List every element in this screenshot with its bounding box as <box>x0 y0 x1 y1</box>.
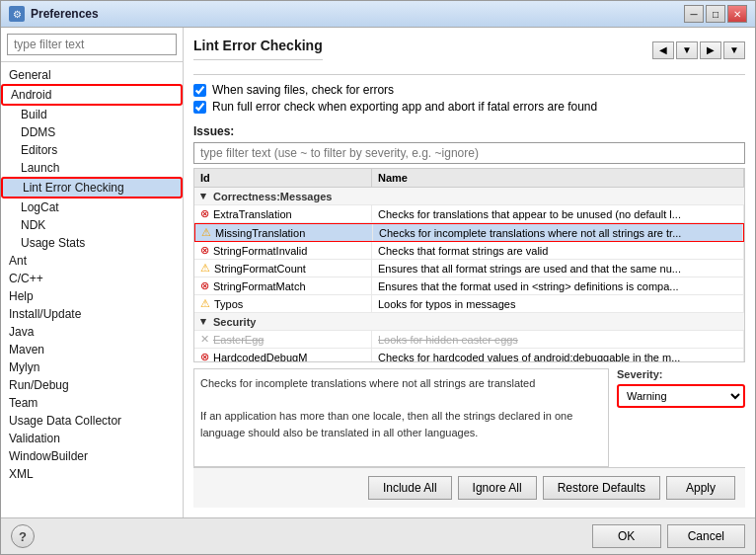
sidebar-item-logcat[interactable]: LogCat <box>1 198 183 216</box>
issues-filter-input[interactable] <box>193 142 745 164</box>
issues-label: Issues: <box>193 124 745 138</box>
maximize-button[interactable]: □ <box>706 5 725 23</box>
sidebar-item-general[interactable]: General <box>1 66 183 84</box>
sidebar-item-ndk[interactable]: NDK <box>1 216 183 234</box>
sidebar-item-validation[interactable]: Validation <box>1 430 183 447</box>
row-string-format-count[interactable]: ⚠StringFormatCount Ensures that all form… <box>194 260 744 278</box>
expand-triangle-icon: ▾ <box>200 190 206 202</box>
sidebar-item-maven[interactable]: Maven <box>1 341 183 358</box>
error-icon-2: ⊗ <box>200 244 209 257</box>
include-all-button[interactable]: Include All <box>368 476 452 500</box>
sidebar-item-lint-error-checking[interactable]: Lint Error Checking <box>1 177 183 198</box>
forward-button[interactable]: ▶ <box>700 41 721 59</box>
row-easter-egg[interactable]: ✕EasterEgg Looks for hidden easter eggs <box>194 331 744 349</box>
sidebar-item-usage-stats[interactable]: Usage Stats <box>1 234 183 252</box>
restore-defaults-button[interactable]: Restore Defaults <box>543 476 660 500</box>
sidebar-item-windowbuilder[interactable]: WindowBuilder <box>1 447 183 465</box>
action-buttons: Include All Ignore All Restore Defaults … <box>193 467 745 508</box>
window-title: Preferences <box>31 7 99 21</box>
severity-label: Severity: <box>617 368 745 380</box>
sidebar-item-mylyn[interactable]: Mylyn <box>1 358 183 376</box>
description-box: Checks for incomplete translations where… <box>193 368 609 467</box>
sidebar-item-xml[interactable]: XML <box>1 465 183 483</box>
content-area: General Android Build DDMS Editors Launc… <box>1 28 755 517</box>
warning-icon: ⚠ <box>201 226 211 239</box>
col-name-header: Name <box>372 169 744 187</box>
sidebar-item-ddms[interactable]: DDMS <box>1 123 183 141</box>
col-id-header: Id <box>194 169 372 187</box>
category-security: ▾ Security <box>194 313 744 331</box>
help-button[interactable]: ? <box>11 524 35 548</box>
row-string-format-invalid[interactable]: ⊗StringFormatInvalid Checks that format … <box>194 242 744 260</box>
sidebar: General Android Build DDMS Editors Launc… <box>1 28 184 517</box>
save-check-label: When saving files, check for errors <box>212 83 394 97</box>
main-panel: Lint Error Checking ◀ ▼ ▶ ▼ When saving … <box>184 28 755 517</box>
checkboxes-section: When saving files, check for errors Run … <box>193 83 745 117</box>
sidebar-item-launch[interactable]: Launch <box>1 159 183 177</box>
save-check[interactable] <box>193 84 206 97</box>
sidebar-item-help[interactable]: Help <box>1 287 183 305</box>
bottom-section: Checks for incomplete translations where… <box>193 368 745 467</box>
sidebar-item-ant[interactable]: Ant <box>1 252 183 270</box>
x-icon: ✕ <box>200 333 209 346</box>
minimize-button[interactable]: ─ <box>684 5 704 23</box>
cancel-button[interactable]: Cancel <box>667 524 745 548</box>
ok-button[interactable]: OK <box>592 524 661 548</box>
panel-title: Lint Error Checking <box>193 38 323 60</box>
row-extra-translation[interactable]: ⊗ExtraTranslation Checks for translation… <box>194 205 744 223</box>
title-bar: ⚙ Preferences ─ □ ✕ <box>1 1 755 28</box>
nav-dropdown-button[interactable]: ▼ <box>676 41 698 59</box>
sidebar-item-editors[interactable]: Editors <box>1 141 183 159</box>
sidebar-item-team[interactable]: Team <box>1 394 183 412</box>
error-icon-3: ⊗ <box>200 279 209 292</box>
preferences-window: ⚙ Preferences ─ □ ✕ General Android Buil… <box>0 0 756 555</box>
row-typos[interactable]: ⚠Typos Looks for typos in messages <box>194 295 744 313</box>
sidebar-item-usage-data-collector[interactable]: Usage Data Collector <box>1 412 183 430</box>
warning-icon-2: ⚠ <box>200 262 210 275</box>
row-missing-translation[interactable]: ⚠MissingTranslation Checks for incomplet… <box>194 223 744 242</box>
expand-triangle-icon-2: ▾ <box>200 315 206 328</box>
export-check-label: Run full error check when exporting app … <box>212 100 597 114</box>
search-box <box>1 28 183 62</box>
sidebar-item-run-debug[interactable]: Run/Debug <box>1 376 183 394</box>
export-check[interactable] <box>193 101 206 114</box>
row-hardcoded-debug[interactable]: ⊗HardcodedDebugM Checks for hardcoded va… <box>194 349 744 362</box>
sidebar-item-build[interactable]: Build <box>1 106 183 123</box>
sidebar-item-android[interactable]: Android <box>1 84 183 106</box>
footer-buttons: ? OK Cancel <box>1 517 755 554</box>
warning-icon-3: ⚠ <box>200 297 210 310</box>
severity-select[interactable]: Warning Error Ignore Information Fatal <box>617 384 745 408</box>
close-button[interactable]: ✕ <box>727 5 747 23</box>
ignore-all-button[interactable]: Ignore All <box>458 476 537 500</box>
window-icon: ⚙ <box>9 6 25 22</box>
sidebar-item-java[interactable]: Java <box>1 323 183 341</box>
back-button[interactable]: ◀ <box>652 41 674 59</box>
sidebar-item-install-update[interactable]: Install/Update <box>1 305 183 323</box>
error-icon-4: ⊗ <box>200 351 209 362</box>
checkbox-row-2: Run full error check when exporting app … <box>193 100 745 114</box>
nav-dropdown2-button[interactable]: ▼ <box>723 41 745 59</box>
apply-button[interactable]: Apply <box>666 476 735 500</box>
error-icon: ⊗ <box>200 207 209 220</box>
tree-area: General Android Build DDMS Editors Launc… <box>1 62 183 517</box>
issues-table: Id Name ▾ Correctness:Messages ⊗ExtraTra… <box>193 168 745 362</box>
table-header: Id Name <box>194 169 744 188</box>
row-string-format-match[interactable]: ⊗StringFormatMatch Ensures that the form… <box>194 278 744 295</box>
sidebar-search-input[interactable] <box>7 34 177 55</box>
category-correctness-messages: ▾ Correctness:Messages <box>194 188 744 205</box>
checkbox-row-1: When saving files, check for errors <box>193 83 745 97</box>
sidebar-item-cpp[interactable]: C/C++ <box>1 270 183 287</box>
severity-section: Severity: Warning Error Ignore Informati… <box>617 368 745 467</box>
